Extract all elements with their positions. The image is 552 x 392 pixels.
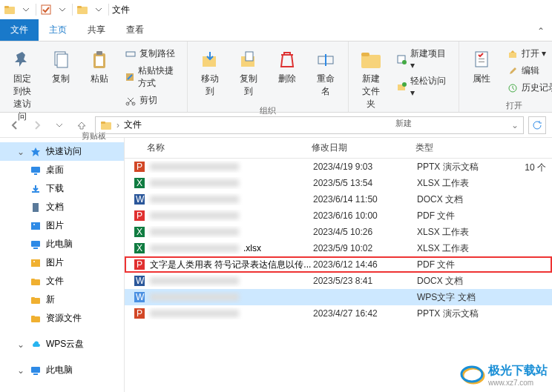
dropdown-icon[interactable] — [56, 3, 69, 16]
sidebar-item-downloads[interactable]: 下载 — [0, 179, 124, 198]
ribbon-group-clipboard: 固定到快 速访问 复制 粘贴 复制路径 粘贴快捷方式 剪切 剪贴板 — [0, 41, 188, 112]
folder-icon — [30, 313, 42, 325]
file-type: PDF 文件 — [417, 259, 506, 271]
sidebar-item-wps-cloud[interactable]: ⌄WPS云盘 — [0, 335, 124, 353]
svg-rect-20 — [361, 53, 369, 56]
sidebar-item-pictures[interactable]: 图片 — [0, 216, 124, 235]
edit-button[interactable]: 编辑 — [504, 63, 552, 79]
label: 复制到 — [237, 73, 260, 98]
forward-button[interactable] — [28, 116, 46, 134]
file-date: 2023/4/27 16:42 — [313, 308, 417, 319]
easy-access-icon — [396, 81, 407, 93]
new-item-button[interactable]: 新建项目 ▾ — [393, 46, 453, 72]
breadcrumb[interactable]: 文件 — [124, 119, 142, 131]
sidebar-item-files-folder[interactable]: 文件 — [0, 272, 124, 290]
back-button[interactable] — [6, 116, 24, 134]
sidebar-item-documents[interactable]: 文档 — [0, 198, 124, 216]
copy-to-button[interactable]: 复制到 — [232, 44, 265, 101]
expand-icon[interactable]: ⌄ — [16, 147, 25, 157]
sidebar-item-new-folder[interactable]: 新 — [0, 290, 124, 309]
open-button[interactable]: 打开 ▾ — [504, 46, 552, 62]
ribbon-group-open: 属性 打开 ▾ 编辑 历史记录 打开 — [459, 41, 552, 112]
table-row[interactable]: W2023/6/14 11:50DOCX 文档 — [125, 191, 552, 207]
file-tab[interactable]: 文件 — [0, 19, 39, 41]
sidebar-item-this-pc[interactable]: ⌄此电脑 — [0, 361, 124, 379]
label: 属性 — [473, 73, 490, 85]
file-type-icon: X — [134, 226, 145, 238]
cut-button[interactable]: 剪切 — [122, 93, 181, 108]
table-row[interactable]: X2023/4/5 10:26XLSX 工作表 — [125, 224, 552, 240]
dropdown-icon[interactable] — [92, 3, 105, 16]
label: 轻松访问 ▾ — [410, 75, 450, 98]
main-area: ⌄快速访问桌面下载文档图片此电脑图片文件新资源文件⌄WPS云盘⌄此电脑 名称 修… — [0, 138, 552, 392]
new-folder-icon — [359, 47, 383, 71]
separator — [36, 4, 36, 16]
table-row[interactable]: W2023/5/23 8:41DOCX 文档 — [125, 273, 552, 289]
doc-icon — [30, 202, 42, 213]
copy-large-button[interactable]: 复制 — [45, 44, 77, 88]
watermark-text: 极光下载站 — [488, 363, 548, 379]
svg-rect-6 — [57, 54, 68, 67]
svg-rect-41 — [33, 203, 39, 212]
sidebar-item-label: 新 — [46, 293, 55, 306]
pc-icon — [30, 365, 42, 376]
up-button[interactable] — [73, 116, 91, 134]
new-folder-button[interactable]: 新建 文件夹 — [355, 44, 387, 113]
address-dropdown[interactable]: ⌄ — [511, 120, 519, 130]
sidebar-item-quick-access[interactable]: ⌄快速访问 — [0, 142, 124, 161]
scissors-icon — [125, 95, 137, 107]
chevron-right-icon[interactable]: › — [116, 120, 119, 130]
watermark-logo-icon — [460, 362, 485, 388]
table-row[interactable]: WWPS文字 文档 — [125, 289, 552, 305]
tab-home[interactable]: 主页 — [39, 19, 77, 41]
checkbox-icon[interactable] — [39, 3, 53, 16]
dropdown-icon[interactable] — [19, 3, 33, 16]
file-type: DOCX 文档 — [417, 275, 506, 288]
table-row[interactable]: P文字是人类用表 符号记录表达信息以传...2023/6/12 14:46PDF… — [125, 256, 552, 273]
sidebar-item-label: 桌面 — [46, 164, 64, 176]
tab-share[interactable]: 共享 — [77, 19, 116, 41]
file-date: 2023/4/19 9:03 — [313, 162, 417, 172]
refresh-button[interactable] — [528, 116, 546, 134]
sidebar-item-resource-folder[interactable]: 资源文件 — [0, 309, 124, 328]
pin-large-button[interactable]: 固定到快 速访问 — [6, 44, 39, 126]
expand-icon[interactable]: ⌄ — [16, 365, 25, 376]
file-type-icon: P — [134, 210, 145, 222]
sidebar-item-desktop[interactable]: 桌面 — [0, 161, 124, 179]
file-type: PDF 文件 — [417, 210, 506, 222]
table-row[interactable]: P2023/4/27 16:42PPTX 演示文稿 — [125, 305, 552, 322]
tab-view[interactable]: 查看 — [116, 19, 154, 41]
paste-large-button[interactable]: 粘贴 — [83, 44, 116, 88]
sidebar-item-this-pc-shortcut[interactable]: 此电脑 — [0, 235, 124, 253]
delete-button[interactable]: 删除 — [271, 44, 303, 88]
column-name[interactable]: 名称 — [125, 142, 312, 154]
svg-rect-1 — [4, 6, 9, 8]
table-row[interactable]: P2023/6/16 10:00PDF 文件 — [125, 207, 552, 224]
history-button[interactable]: 历史记录 — [504, 80, 552, 96]
table-row[interactable]: X2023/5/5 13:54XLSX 工作表 — [125, 175, 552, 191]
svg-rect-10 — [126, 52, 135, 56]
copy-to-icon — [237, 47, 260, 71]
column-type[interactable]: 类型 — [415, 142, 505, 154]
ribbon-collapse-button[interactable]: ⌃ — [530, 21, 552, 41]
table-row[interactable]: P2023/4/19 9:03PPTX 演示文稿 — [125, 159, 552, 175]
move-to-button[interactable]: 移动到 — [194, 44, 226, 101]
svg-rect-9 — [96, 56, 103, 66]
column-date[interactable]: 修改日期 — [312, 142, 415, 154]
address-bar[interactable]: › 文件 ⌄ — [95, 116, 524, 134]
file-type: XLSX 工作表 — [417, 226, 506, 239]
svg-rect-55 — [33, 373, 38, 375]
sidebar-item-pictures2[interactable]: 图片 — [0, 253, 124, 272]
table-row[interactable]: X.xlsx2023/5/9 10:02XLSX 工作表 — [125, 240, 552, 256]
easy-access-button[interactable]: 轻松访问 ▾ — [393, 73, 453, 99]
svg-text:P: P — [137, 259, 142, 270]
copy-path-button[interactable]: 复制路径 — [122, 46, 181, 62]
svg-text:W: W — [136, 194, 145, 205]
rename-button[interactable]: 重命名 — [309, 44, 342, 101]
properties-button[interactable]: 属性 — [465, 44, 498, 88]
download-icon — [30, 183, 42, 195]
separator — [72, 4, 73, 16]
expand-icon[interactable]: ⌄ — [16, 339, 25, 350]
recent-dropdown[interactable] — [50, 116, 68, 134]
paste-shortcut-button[interactable]: 粘贴快捷方式 — [122, 63, 181, 91]
